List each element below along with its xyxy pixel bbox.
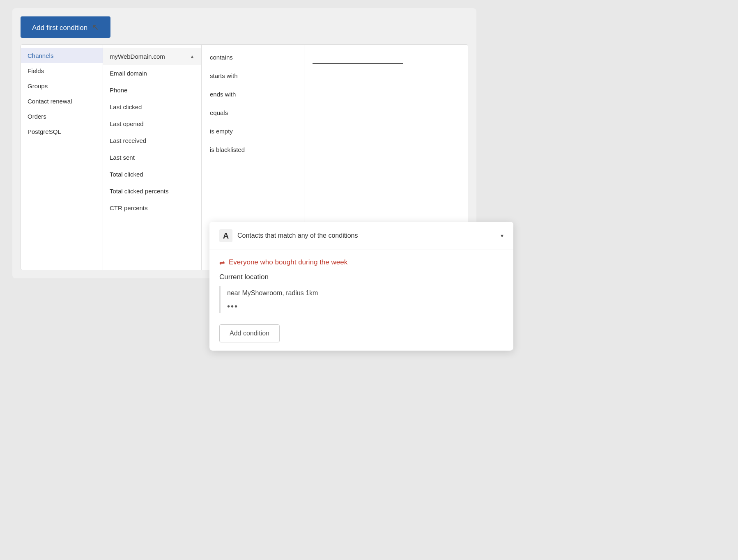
field-item-mywebdomain[interactable]: myWebDomain.com ▲ — [103, 48, 201, 65]
condition-value-row: near MyShowroom, radius 1km ••• — [219, 286, 503, 313]
operator-equals[interactable]: equals — [202, 103, 304, 122]
operator-contains[interactable]: contains — [202, 48, 304, 67]
cursor-icon: ↖ — [92, 22, 99, 32]
value-input[interactable] — [313, 53, 403, 64]
field-item-email-domain[interactable]: Email domain — [103, 65, 201, 82]
field-item-phone[interactable]: Phone — [103, 82, 201, 99]
segment-filter-icon: ⇌ — [219, 259, 225, 266]
add-first-condition-label: Add first condition — [32, 24, 87, 32]
chevron-down-icon[interactable]: ▾ — [501, 232, 503, 239]
condition-title: Current location — [219, 273, 503, 281]
condition-dots[interactable]: ••• — [227, 300, 503, 313]
operator-is-empty[interactable]: is empty — [202, 122, 304, 140]
field-item-last-sent[interactable]: Last sent — [103, 149, 201, 166]
condition-value: near MyShowroom, radius 1km — [227, 286, 503, 300]
card-header-text: Contacts that match any of the condition… — [237, 232, 496, 239]
category-item-groups[interactable]: Groups — [21, 78, 103, 94]
operator-ends-with[interactable]: ends with — [202, 85, 304, 103]
field-item-last-opened[interactable]: Last opened — [103, 115, 201, 132]
operator-starts-with[interactable]: starts with — [202, 67, 304, 85]
segment-title: ⇌ Everyone who bought during the week — [219, 258, 503, 266]
operator-is-blacklisted[interactable]: is blacklisted — [202, 140, 304, 159]
field-item-ctr-percents[interactable]: CTR percents — [103, 200, 201, 216]
add-condition-button[interactable]: Add condition — [219, 324, 280, 342]
category-item-contact-renewal[interactable]: Contact renewal — [21, 94, 103, 109]
category-item-channels[interactable]: Channels — [21, 48, 103, 63]
card-header-icon: A — [219, 229, 232, 242]
chevron-up-icon: ▲ — [190, 54, 195, 60]
category-item-postgresql[interactable]: PostgreSQL — [21, 124, 103, 139]
category-item-fields[interactable]: Fields — [21, 63, 103, 78]
category-list: Channels Fields Groups Contact renewal O… — [21, 45, 103, 270]
field-item-total-clicked-percents[interactable]: Total clicked percents — [103, 183, 201, 200]
add-first-condition-button[interactable]: Add first condition ↖ — [21, 16, 110, 38]
field-item-total-clicked[interactable]: Total clicked — [103, 166, 201, 183]
condition-group: Current location near MyShowroom, radius… — [219, 273, 503, 313]
card-header: A Contacts that match any of the conditi… — [209, 222, 513, 250]
card-body: ⇌ Everyone who bought during the week Cu… — [209, 250, 513, 351]
field-item-last-received[interactable]: Last received — [103, 132, 201, 149]
field-item-last-clicked[interactable]: Last clicked — [103, 99, 201, 115]
bottom-card: A Contacts that match any of the conditi… — [209, 222, 513, 351]
field-list: myWebDomain.com ▲ Email domain Phone Las… — [103, 45, 202, 270]
category-item-orders[interactable]: Orders — [21, 109, 103, 124]
